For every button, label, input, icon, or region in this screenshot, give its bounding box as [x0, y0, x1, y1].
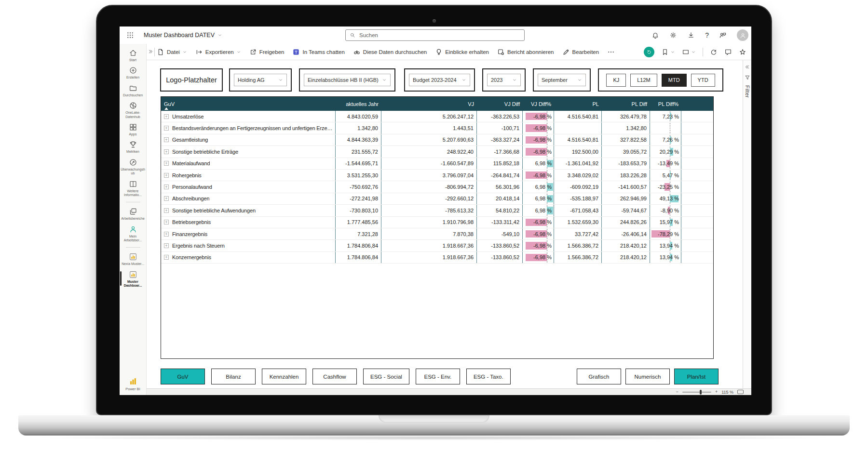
cell-vj: 1.443,51 — [381, 122, 477, 133]
help-icon[interactable]: ? — [705, 32, 709, 39]
sidebar-item-ueberwachungshub[interactable]: Überwachungshub — [120, 158, 147, 176]
expand-row-icon[interactable]: + — [164, 149, 169, 154]
zoom-slider[interactable] — [682, 392, 711, 393]
sidebar-item-metriken[interactable]: Metriken — [120, 140, 147, 154]
period-button-l12m[interactable]: L12M — [630, 74, 657, 87]
chartbox-icon — [129, 252, 137, 261]
tab-kennzahlen[interactable]: Kennzahlen — [262, 369, 306, 384]
dropdown-select-budget[interactable]: Budget 2023-2024 — [409, 74, 470, 86]
sidebar-item-onelake-datenhub[interactable]: OneLake-Datenhub — [120, 101, 147, 119]
table-row[interactable]: +Sonstige betriebliche Aufwendungen-730.… — [161, 205, 713, 216]
dropdown-select-gesellschaft[interactable]: Holding AG — [234, 74, 287, 86]
table-row[interactable]: +Sonstige betriebliche Erträge231.555,72… — [161, 146, 713, 158]
comment-icon[interactable] — [724, 48, 732, 56]
sidebar-item-mein-arbeitsbereich[interactable]: Mein Arbeitsber... — [120, 225, 147, 243]
notifications-bell-icon[interactable] — [651, 31, 659, 39]
filter-dropdown-jahr: 2023 — [482, 68, 526, 92]
expand-row-icon[interactable]: + — [164, 137, 169, 142]
sidebar-item-nexia-muster[interactable]: Nexia Muster... — [120, 252, 147, 266]
toolbar-item-diese-daten-durchsuchen[interactable]: Diese Daten durchsuchen — [353, 48, 427, 56]
expand-row-icon[interactable]: + — [164, 173, 169, 178]
fit-to-page-icon[interactable] — [737, 390, 744, 394]
expand-row-icon[interactable]: + — [164, 243, 169, 248]
avatar[interactable] — [737, 29, 748, 41]
period-button-kj[interactable]: KJ — [606, 74, 626, 87]
table-row[interactable]: +Umsatzerlöse4.843.020,595.206.247,12-36… — [161, 111, 713, 122]
toolbar-item-einblicke-erhalten[interactable]: Einblicke erhalten — [435, 48, 489, 56]
table-row[interactable]: +Abschreibungen-272.241,98-292.660,1220.… — [161, 193, 713, 205]
bookmarks-button[interactable] — [661, 48, 675, 56]
search-box[interactable] — [345, 29, 525, 41]
sidebar-item-start[interactable]: Start — [120, 49, 147, 62]
sidebar-item-weitere-informationen[interactable]: Weitere Informatio... — [120, 180, 147, 198]
expand-row-icon[interactable]: + — [164, 220, 169, 224]
sidebar-item-muster-dashboard[interactable]: Muster Dashboar... — [120, 270, 147, 288]
expand-row-icon[interactable]: + — [164, 114, 169, 119]
sidebar-item-apps[interactable]: Apps — [120, 123, 147, 136]
favorite-star-icon[interactable] — [739, 48, 746, 56]
toolbar-item-in-teams-chatten[interactable]: In Teams chatten — [292, 48, 344, 56]
toolbar-item-freigeben[interactable]: Freigeben — [249, 48, 285, 56]
row-label: Sonstige betriebliche Aufwendungen — [172, 208, 256, 213]
table-row[interactable]: +Bestandsveränderungen an Fertigerzeugni… — [161, 122, 713, 134]
view-tab-plan-ist[interactable]: Plan/Ist — [674, 369, 719, 384]
toolbar-item-exportieren[interactable]: Exportieren — [195, 48, 241, 56]
cell-spacer — [681, 122, 713, 133]
table-row[interactable]: +Finanzergebnis7.321,287.870,38-549,10-6… — [161, 228, 713, 240]
period-button-ytd[interactable]: YTD — [691, 74, 715, 87]
tab-esg-env-[interactable]: ESG - Env. — [416, 369, 460, 384]
app-launcher-icon[interactable] — [125, 30, 135, 40]
expand-row-icon[interactable]: + — [164, 208, 169, 213]
table-row[interactable]: +Personalaufwand-750.692,76-806.994,7256… — [161, 181, 713, 193]
tab-cashflow[interactable]: Cashflow — [312, 369, 357, 384]
tab-esg-social[interactable]: ESG - Social — [363, 369, 409, 384]
search-input[interactable] — [358, 32, 520, 39]
table-row[interactable]: +Betriebsergebnis1.777.485,561.910.796,9… — [161, 217, 713, 228]
filter-funnel-icon[interactable] — [745, 75, 750, 80]
download-icon[interactable] — [687, 31, 695, 39]
refresh-icon[interactable] — [710, 48, 718, 56]
tab-esg-taxo-[interactable]: ESG - Taxo. — [466, 369, 511, 384]
sidebar-item-arbeitsbereiche[interactable]: Arbeitsbereiche — [120, 207, 147, 221]
expand-row-icon[interactable]: + — [164, 196, 169, 201]
table-row[interactable]: +Konzernergebnis1.784.806,841.918.667,36… — [161, 252, 713, 264]
zoom-in-button[interactable]: + — [715, 390, 718, 394]
toolbar-item-label: In Teams chatten — [302, 49, 344, 55]
feedback-icon[interactable] — [719, 31, 727, 39]
expand-row-icon[interactable]: + — [164, 185, 169, 189]
view-tab-grafisch[interactable]: Grafisch — [577, 369, 621, 384]
expand-nav-icon[interactable] — [147, 49, 154, 55]
expand-row-icon[interactable]: + — [164, 232, 169, 237]
zoom-out-button[interactable]: − — [676, 390, 678, 394]
sidebar-item-erstellen[interactable]: Erstellen — [120, 66, 147, 79]
expand-row-icon[interactable]: + — [164, 126, 169, 131]
settings-gear-icon[interactable] — [669, 31, 677, 39]
sidebar-item-durchsuchen[interactable]: Durchsuchen — [120, 84, 147, 97]
table-row[interactable]: +Materialaufwand-1.544.695,71-1.660.547,… — [161, 158, 713, 170]
zoom-slider-thumb[interactable] — [700, 390, 702, 395]
row-label: Bestandsveränderungen an Fertigerzeugnis… — [172, 125, 335, 131]
diff-pct-value: 6,98 % — [535, 160, 552, 166]
teams-icon — [292, 48, 300, 56]
view-button[interactable] — [682, 48, 696, 56]
table-row[interactable]: +Rohergebnis3.531.255,303.796.097,04-264… — [161, 170, 713, 181]
dropdown-select-jahr[interactable]: 2023 — [487, 74, 521, 86]
period-button-mtd[interactable]: MTD — [662, 74, 687, 87]
expand-row-icon[interactable]: + — [164, 161, 169, 166]
toolbar-item-bearbeiten[interactable]: Bearbeiten — [562, 48, 599, 56]
dropdown-select-rechnungslegung[interactable]: Einzelabschlüsse HB II (HGB) — [304, 74, 391, 86]
report-title-menu[interactable]: Muster Dashboard DATEV — [144, 26, 222, 44]
sync-status-button[interactable] — [644, 47, 654, 57]
toolbar-item-datei[interactable]: Datei — [157, 48, 187, 56]
tab-guv[interactable]: GuV — [161, 369, 205, 384]
table-row[interactable]: +Ergebnis nach Steuern1.784.806,841.918.… — [161, 240, 713, 251]
table-row[interactable]: +Gesamtleistung4.844.363,395.207.690,63-… — [161, 134, 713, 146]
toolbar-item-bericht-abonnieren[interactable]: Bericht abonnieren — [497, 48, 554, 56]
view-tab-numerisch[interactable]: Numerisch — [625, 369, 670, 384]
toolbar-item-weitere-optionen[interactable] — [607, 48, 615, 56]
expand-row-icon[interactable]: + — [164, 255, 169, 260]
expand-filters-icon[interactable] — [745, 64, 750, 70]
tab-bilanz[interactable]: Bilanz — [211, 369, 256, 384]
dropdown-select-monat[interactable]: September — [538, 74, 586, 86]
dropdown-value: 2023 — [491, 77, 502, 83]
